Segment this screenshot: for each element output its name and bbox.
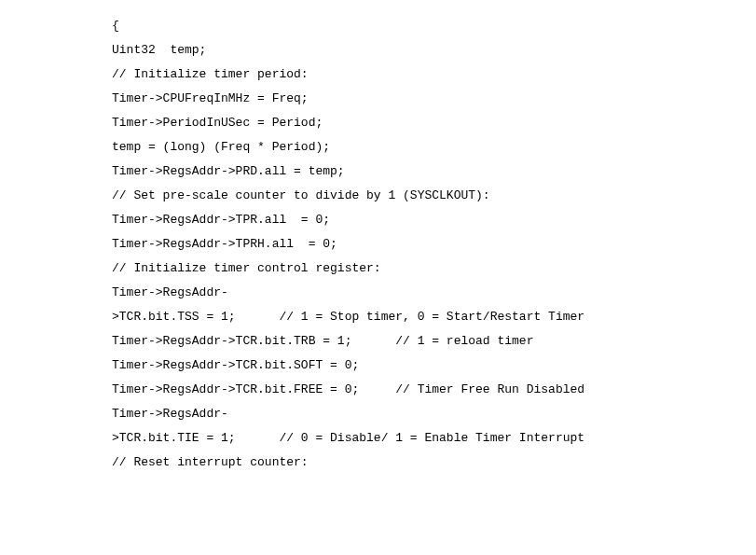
code-line: Timer->CPUFreqInMHz = Freq; (112, 87, 728, 111)
code-line: Timer->RegsAddr->TCR.bit.FREE = 0; // Ti… (112, 378, 728, 402)
code-line: // Reset interrupt counter: (112, 451, 728, 475)
code-line: // Initialize timer period: (112, 62, 728, 87)
code-line: Uint32 temp; (112, 38, 728, 62)
code-line: >TCR.bit.TSS = 1; // 1 = Stop timer, 0 =… (112, 305, 728, 329)
code-line: // Initialize timer control register: (112, 257, 728, 281)
code-line: { (112, 14, 728, 38)
code-line: Timer->RegsAddr->TPR.all = 0; (112, 208, 728, 232)
code-line: Timer->RegsAddr- (112, 402, 728, 426)
code-line: Timer->RegsAddr->TPRH.all = 0; (112, 232, 728, 257)
code-line: Timer->PeriodInUSec = Period; (112, 111, 728, 135)
code-line: temp = (long) (Freq * Period); (112, 135, 728, 160)
code-line: Timer->RegsAddr- (112, 281, 728, 305)
code-line: >TCR.bit.TIE = 1; // 0 = Disable/ 1 = En… (112, 426, 728, 451)
code-line: Timer->RegsAddr->TCR.bit.TRB = 1; // 1 =… (112, 329, 728, 354)
code-line: Timer->RegsAddr->TCR.bit.SOFT = 0; (112, 354, 728, 378)
code-container: { Uint32 temp; // Initialize timer perio… (0, 0, 756, 489)
code-line: Timer->RegsAddr->PRD.all = temp; (112, 160, 728, 184)
code-line: // Set pre-scale counter to divide by 1 … (112, 184, 728, 208)
